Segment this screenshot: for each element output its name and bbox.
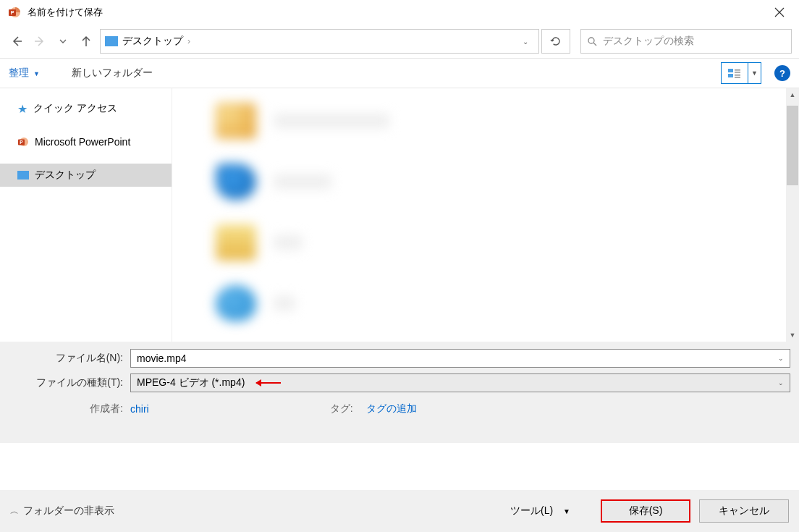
cancel-button[interactable]: キャンセル xyxy=(699,499,789,523)
dropdown-arrow-icon[interactable]: ⌄ xyxy=(778,355,784,362)
filetype-value: MPEG-4 ビデオ (*.mp4) xyxy=(137,376,245,389)
address-dropdown-icon[interactable]: ⌄ xyxy=(517,38,534,46)
author-label: 作成者: xyxy=(9,402,130,415)
hide-folders-label: フォルダーの非表示 xyxy=(23,504,114,518)
toolbar: 整理 ▼ 新しいフォルダー ▼ ? xyxy=(0,58,799,88)
file-list[interactable] xyxy=(172,88,799,342)
sidebar: ★ クイック アクセス P Microsoft PowerPoint デスクトッ… xyxy=(0,88,172,342)
breadcrumb-location: デスクトップ xyxy=(122,35,183,48)
recent-dropdown[interactable] xyxy=(52,30,74,52)
file-browser: ★ クイック アクセス P Microsoft PowerPoint デスクトッ… xyxy=(0,88,799,342)
svg-rect-5 xyxy=(728,74,733,77)
location-folder-icon xyxy=(105,36,118,46)
sidebar-item-label: クイック アクセス xyxy=(33,102,117,115)
chevron-up-icon: ︿ xyxy=(10,505,19,518)
save-button[interactable]: 保存(S) xyxy=(601,499,690,523)
titlebar: P 名前を付けて保存 xyxy=(0,0,799,25)
scroll-up-icon[interactable]: ▲ xyxy=(786,91,799,98)
forward-button[interactable] xyxy=(29,30,51,52)
file-item[interactable] xyxy=(216,285,756,321)
close-button[interactable] xyxy=(763,0,796,25)
search-icon xyxy=(587,36,597,46)
powerpoint-app-icon: P xyxy=(7,5,22,20)
svg-rect-8 xyxy=(735,75,740,76)
svg-text:P: P xyxy=(11,10,14,15)
scrollbar-thumb[interactable] xyxy=(787,106,798,185)
file-item[interactable] xyxy=(216,224,756,261)
filetype-select[interactable]: MPEG-4 ビデオ (*.mp4) ⌄ xyxy=(130,373,790,392)
address-bar[interactable]: デスクトップ › ⌄ xyxy=(100,29,539,54)
hide-folders-toggle[interactable]: ︿ フォルダーの非表示 xyxy=(10,504,114,518)
nav-buttons xyxy=(6,30,97,52)
refresh-button[interactable] xyxy=(541,29,570,54)
filename-input[interactable]: movie.mp4 ⌄ xyxy=(130,349,790,368)
dropdown-arrow-icon: ▼ xyxy=(563,507,570,515)
sidebar-item-quick-access[interactable]: ★ クイック アクセス xyxy=(0,97,172,120)
tools-label: ツール(L) xyxy=(510,504,553,518)
svg-text:P: P xyxy=(20,140,23,145)
dropdown-arrow-icon[interactable]: ⌄ xyxy=(778,379,784,387)
powerpoint-icon: P xyxy=(17,136,29,148)
scroll-down-icon[interactable]: ▼ xyxy=(786,332,799,339)
file-item[interactable] xyxy=(216,164,756,200)
desktop-icon xyxy=(17,171,29,180)
search-box[interactable]: デスクトップの検索 xyxy=(580,29,792,54)
tag-label: タグ: xyxy=(330,402,360,415)
tag-add-link[interactable]: タグの追加 xyxy=(366,402,417,415)
svg-point-3 xyxy=(588,38,594,43)
breadcrumb-separator-icon: › xyxy=(187,36,190,46)
tools-menu[interactable]: ツール(L) ▼ xyxy=(510,504,570,518)
back-button[interactable] xyxy=(6,30,28,52)
save-form: ファイル名(N): movie.mp4 ⌄ ファイルの種類(T): MPEG-4… xyxy=(0,342,799,443)
organize-menu[interactable]: 整理 ▼ xyxy=(9,67,40,80)
svg-rect-9 xyxy=(735,77,740,78)
sidebar-item-powerpoint[interactable]: P Microsoft PowerPoint xyxy=(0,130,172,153)
filename-value: movie.mp4 xyxy=(137,352,186,364)
dropdown-arrow-icon: ▼ xyxy=(33,70,40,77)
new-folder-button[interactable]: 新しいフォルダー xyxy=(72,67,153,80)
sidebar-item-label: デスクトップ xyxy=(35,169,96,182)
svg-rect-6 xyxy=(735,69,740,71)
sidebar-item-desktop[interactable]: デスクトップ xyxy=(0,164,172,187)
filetype-label: ファイルの種類(T): xyxy=(9,376,130,389)
sidebar-item-label: Microsoft PowerPoint xyxy=(35,136,130,148)
window-title: 名前を付けて保存 xyxy=(28,6,103,19)
footer: ︿ フォルダーの非表示 ツール(L) ▼ 保存(S) キャンセル xyxy=(0,490,799,532)
view-mode-button[interactable] xyxy=(721,62,748,84)
svg-rect-4 xyxy=(728,69,733,72)
star-icon: ★ xyxy=(17,102,28,116)
author-value[interactable]: chiri xyxy=(130,403,149,415)
scrollbar[interactable]: ▲ ▼ xyxy=(786,88,799,342)
search-placeholder: デスクトップの検索 xyxy=(603,35,694,48)
view-mode-dropdown[interactable]: ▼ xyxy=(748,62,761,84)
svg-rect-7 xyxy=(735,72,740,73)
file-item[interactable] xyxy=(216,103,756,139)
filename-label: ファイル名(N): xyxy=(9,352,130,365)
help-button[interactable]: ? xyxy=(774,65,790,81)
annotation-arrow-icon xyxy=(256,382,281,384)
navigation-row: デスクトップ › ⌄ デスクトップの検索 xyxy=(0,25,799,58)
up-button[interactable] xyxy=(75,30,97,52)
